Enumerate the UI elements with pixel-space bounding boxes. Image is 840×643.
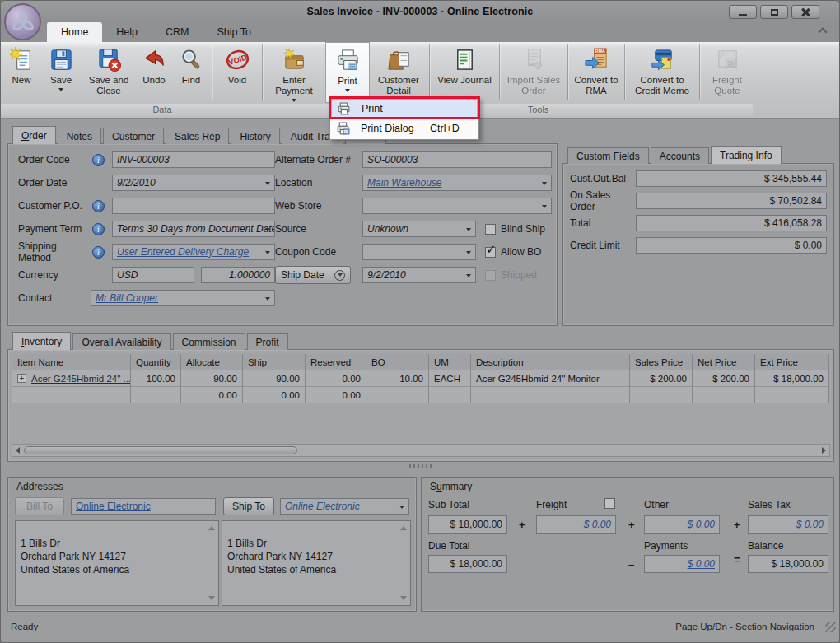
resize-grip[interactable] xyxy=(825,622,836,632)
order-code-field[interactable]: INV-000003 xyxy=(112,151,275,168)
table-row-cell[interactable] xyxy=(131,387,181,403)
ship-to-address-area[interactable]: 1 Bills Dr Orchard Park NY 14127 United … xyxy=(222,520,411,606)
info-icon[interactable]: i xyxy=(92,223,105,235)
bill-to-name-field[interactable]: Online Electronic xyxy=(71,498,216,515)
ribbon-tab-home[interactable]: Home xyxy=(47,22,102,42)
table-row-cell[interactable] xyxy=(630,387,693,403)
coupon-code-dropdown[interactable] xyxy=(362,244,476,260)
horizontal-scrollbar[interactable] xyxy=(12,444,830,457)
col-header[interactable]: Allocate xyxy=(181,354,243,370)
table-row-cell[interactable] xyxy=(755,387,829,403)
location-dropdown[interactable]: Main Warehouse xyxy=(362,175,552,191)
payments-field[interactable]: $ 0.00 xyxy=(644,555,720,573)
currency-field[interactable]: USD xyxy=(112,267,194,283)
location-link[interactable]: Main Warehouse xyxy=(367,177,442,189)
tab-order[interactable]: Order xyxy=(12,126,56,144)
scroll-down-icon[interactable] xyxy=(208,596,215,600)
table-row-cell[interactable]: 90.00 xyxy=(181,370,243,387)
find-button[interactable]: Find xyxy=(172,42,210,103)
menu-item-print-dialog[interactable]: Print Dialog Ctrl+D xyxy=(331,119,478,138)
tab-profit[interactable]: Profit xyxy=(247,333,288,350)
save-button[interactable]: Save xyxy=(40,42,82,103)
ribbon-tab-ship-to[interactable]: Ship To xyxy=(203,22,265,42)
scroll-left-icon[interactable] xyxy=(16,447,20,454)
allow-bo-checkbox[interactable]: ✓ xyxy=(485,247,496,258)
col-header[interactable]: Ship xyxy=(243,354,306,370)
convert-to-rma-button[interactable]: RMA Convert to RMA xyxy=(570,42,623,103)
freight-checkbox[interactable] xyxy=(604,498,615,509)
title-bar[interactable]: Sales Invoice - INV-000003 - Online Elec… xyxy=(1,1,839,22)
table-row-cell[interactable] xyxy=(366,387,429,403)
void-button[interactable]: VOID Void xyxy=(214,42,260,103)
save-and-close-button[interactable]: Save and Close xyxy=(82,42,136,103)
shipping-method-dropdown[interactable]: User Entered Delivery Charge xyxy=(112,244,275,260)
table-row-cell[interactable]: 90.00 xyxy=(243,370,306,387)
table-row-cell[interactable]: 0.00 xyxy=(243,387,306,403)
ship-to-button[interactable]: Ship To xyxy=(223,497,274,515)
contact-link[interactable]: Mr Bill Cooper xyxy=(96,292,158,304)
other-link[interactable]: $ 0.00 xyxy=(688,519,715,530)
payments-link[interactable]: $ 0.00 xyxy=(688,558,715,570)
scroll-down-icon[interactable] xyxy=(400,596,407,600)
col-header[interactable]: Ext Price xyxy=(755,354,829,370)
ribbon-tab-help[interactable]: Help xyxy=(102,22,152,42)
import-sales-order-button[interactable]: Import Sales Order xyxy=(502,42,566,103)
table-row-cell[interactable]: 0.00 xyxy=(306,370,366,387)
tab-inventory[interactable]: Inventory xyxy=(12,332,71,350)
freight-quote-button[interactable]: $0 Freight Quote xyxy=(702,42,753,103)
expand-row-icon[interactable]: + xyxy=(17,374,26,383)
new-button[interactable]: New xyxy=(2,42,40,103)
contact-dropdown[interactable]: Mr Bill Cooper xyxy=(91,290,275,306)
col-header[interactable]: Reserved xyxy=(306,354,366,370)
customer-po-field[interactable] xyxy=(112,198,275,214)
view-journal-button[interactable]: View Journal xyxy=(432,42,497,103)
table-row-cell[interactable]: +Acer G245Hbmid 24" ... xyxy=(12,370,131,387)
freight-field[interactable]: $ 0.00 xyxy=(536,515,616,534)
table-row-cell[interactable]: 0.00 xyxy=(306,387,366,403)
item-link[interactable]: Acer G245Hbmid 24" ... xyxy=(31,374,131,384)
scrollbar-thumb[interactable] xyxy=(24,446,297,454)
col-header[interactable]: UM xyxy=(429,354,471,370)
info-icon[interactable]: i xyxy=(92,154,105,166)
sales-tax-field[interactable]: $ 0.00 xyxy=(748,515,828,534)
collapse-ribbon-button[interactable] xyxy=(819,29,828,37)
table-row-cell[interactable] xyxy=(429,387,471,403)
table-row-cell[interactable]: $ 18,000.00 xyxy=(755,370,829,387)
app-logo-button[interactable] xyxy=(4,3,41,40)
tab-trading-info[interactable]: Trading Info xyxy=(711,146,782,164)
other-field[interactable]: $ 0.00 xyxy=(644,515,720,534)
tab-customer[interactable]: Customer xyxy=(103,128,164,144)
ship-date-button[interactable]: Ship Date xyxy=(275,266,351,284)
ship-to-name-dropdown[interactable]: Online Electronic xyxy=(280,498,409,515)
payment-term-dropdown[interactable]: Terms 30 Days from Document Date xyxy=(112,221,275,237)
convert-to-credit-memo-button[interactable]: Convert to Credit Memo xyxy=(627,42,698,103)
alternate-order-field[interactable]: SO-000003 xyxy=(362,151,552,168)
table-row-cell[interactable] xyxy=(693,387,755,403)
scroll-right-icon[interactable] xyxy=(822,447,826,454)
close-button[interactable] xyxy=(791,5,819,19)
table-row-cell[interactable]: 100.00 xyxy=(131,370,181,387)
minimize-button[interactable] xyxy=(729,5,757,19)
blind-ship-checkbox[interactable] xyxy=(485,224,496,235)
table-row-cell[interactable] xyxy=(12,387,131,403)
section-splitter-handle[interactable] xyxy=(409,464,432,468)
freight-link[interactable]: $ 0.00 xyxy=(584,519,611,530)
maximize-button[interactable] xyxy=(760,5,788,19)
info-icon[interactable]: i xyxy=(92,246,105,259)
shipping-method-link[interactable]: User Entered Delivery Charge xyxy=(117,246,249,258)
col-header[interactable]: Sales Price xyxy=(630,354,693,370)
source-dropdown[interactable]: Unknown xyxy=(362,221,476,237)
table-row-cell[interactable]: 0.00 xyxy=(181,387,243,403)
scroll-up-icon[interactable] xyxy=(208,526,215,530)
table-row-cell[interactable]: Acer G245Hbmid 24" Monitor xyxy=(471,370,630,387)
table-row-cell[interactable] xyxy=(471,387,630,403)
col-header[interactable]: BO xyxy=(366,354,429,370)
col-header[interactable]: Item Name xyxy=(12,354,131,370)
table-row-cell[interactable]: $ 200.00 xyxy=(693,370,755,387)
table-row-cell[interactable]: 10.00 xyxy=(366,370,429,387)
menu-item-print[interactable]: Print xyxy=(331,99,478,119)
col-header[interactable]: Quantity xyxy=(131,354,181,370)
order-date-dropdown[interactable]: 9/2/2010 xyxy=(112,175,275,191)
tab-overall-availability[interactable]: Overall Availability xyxy=(72,333,170,350)
sales-tax-link[interactable]: $ 0.00 xyxy=(796,519,824,530)
